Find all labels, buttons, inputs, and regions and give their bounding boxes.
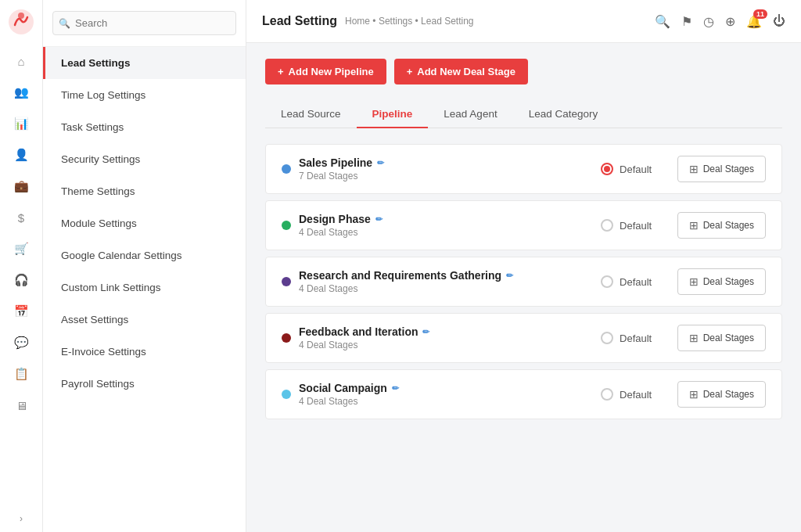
pipeline-info: Sales Pipeline ✏ 7 Deal Stages [282, 156, 576, 182]
deal-stages-button[interactable]: ⊞ Deal Stages [677, 212, 766, 239]
sidebar-item-payroll[interactable]: Payroll Settings [43, 368, 246, 400]
nav-chat-icon[interactable]: 💬 [7, 329, 35, 357]
search-icon: 🔍 [59, 18, 70, 29]
pipeline-info: Research and Requirements Gathering ✏ 4 … [282, 269, 576, 294]
deal-stages-button[interactable]: ⊞ Deal Stages [677, 381, 766, 408]
sidebar-item-task[interactable]: Task Settings [43, 111, 246, 143]
nav-person-icon[interactable]: 👤 [7, 141, 35, 169]
nav-home-icon[interactable]: ⌂ [7, 47, 35, 75]
pipeline-info: Social Campaign ✏ 4 Deal Stages [282, 382, 576, 407]
tab-lead-category[interactable]: Lead Category [513, 100, 614, 128]
deal-stages-button[interactable]: ⊞ Deal Stages [677, 325, 766, 351]
default-radio[interactable]: Default [576, 332, 677, 344]
nav-users-icon[interactable]: 👥 [7, 78, 35, 106]
table-row: Sales Pipeline ✏ 7 Deal Stages Default ⊞… [265, 144, 782, 194]
radio-unselected[interactable] [601, 332, 613, 344]
nav-cart-icon[interactable]: 🛒 [7, 235, 35, 263]
add-deal-stage-icon: + [407, 66, 413, 77]
pipeline-name: Feedback and Iteration ✏ [299, 325, 429, 338]
nav-calendar-icon[interactable]: 📅 [7, 297, 35, 325]
search-input[interactable] [52, 11, 236, 35]
edit-icon[interactable]: ✏ [377, 158, 384, 168]
table-row: Feedback and Iteration ✏ 4 Deal Stages D… [265, 313, 782, 363]
page-title: Lead Setting [262, 14, 337, 28]
icon-sidebar: ⌂ 👥 📊 👤 💼 $ 🛒 🎧 📅 💬 📋 🖥 › [0, 0, 43, 532]
edit-icon[interactable]: ✏ [506, 271, 513, 281]
edit-icon[interactable]: ✏ [392, 383, 399, 394]
deal-stages-button[interactable]: ⊞ Deal Stages [677, 156, 766, 182]
tab-pipeline[interactable]: Pipeline [357, 100, 429, 128]
sidebar-item-module[interactable]: Module Settings [43, 207, 246, 239]
pipeline-dot [282, 277, 291, 286]
sidebar-item-lead-settings[interactable]: Lead Settings [43, 47, 246, 79]
sidebar-item-asset[interactable]: Asset Settings [43, 304, 246, 336]
default-radio[interactable]: Default [576, 219, 677, 232]
action-buttons: + Add New Pipeline + Add New Deal Stage [265, 59, 782, 84]
add-icon[interactable]: ⊕ [725, 14, 735, 29]
sidebar-item-einvoice[interactable]: E-Invoice Settings [43, 336, 246, 368]
add-deal-stage-button[interactable]: + Add New Deal Stage [394, 59, 528, 84]
power-icon[interactable]: ⏻ [773, 14, 785, 28]
pipeline-name: Research and Requirements Gathering ✏ [299, 269, 513, 282]
nav-chart-icon[interactable]: 📊 [7, 110, 35, 138]
pipeline-info: Feedback and Iteration ✏ 4 Deal Stages [282, 325, 576, 350]
pipeline-text: Social Campaign ✏ 4 Deal Stages [299, 382, 399, 407]
nav-briefcase-icon[interactable]: 💼 [7, 172, 35, 200]
sidebar-item-google-calendar[interactable]: Google Calendar Settings [43, 239, 246, 271]
default-radio[interactable]: Default [576, 163, 677, 175]
pipeline-name: Social Campaign ✏ [299, 382, 399, 394]
deal-stages-icon: ⊞ [689, 332, 699, 344]
deal-stages-button[interactable]: ⊞ Deal Stages [677, 268, 766, 295]
edit-icon[interactable]: ✏ [422, 327, 429, 337]
radio-selected[interactable] [601, 163, 613, 175]
pipeline-stages: 4 Deal Stages [299, 396, 399, 407]
radio-unselected[interactable] [601, 219, 613, 232]
notification-icon[interactable]: 🔔 11 [746, 14, 762, 29]
sidebar-item-time-log[interactable]: Time Log Settings [43, 79, 246, 111]
sidebar-item-custom-link[interactable]: Custom Link Settings [43, 271, 246, 304]
pipeline-text: Research and Requirements Gathering ✏ 4 … [299, 269, 513, 294]
radio-unselected[interactable] [601, 275, 613, 288]
flag-icon[interactable]: ⚑ [681, 14, 692, 29]
pipeline-info: Design Phase ✏ 4 Deal Stages [282, 213, 576, 238]
expand-sidebar-icon[interactable]: › [20, 513, 23, 524]
deal-stages-icon: ⊞ [689, 219, 699, 232]
notification-badge: 11 [753, 9, 767, 19]
page-body: + Add New Pipeline + Add New Deal Stage … [246, 43, 801, 532]
table-row: Design Phase ✏ 4 Deal Stages Default ⊞ D… [265, 200, 782, 250]
search-header-icon[interactable]: 🔍 [655, 14, 670, 29]
tab-lead-agent[interactable]: Lead Agent [428, 100, 512, 128]
default-radio[interactable]: Default [576, 275, 677, 288]
pipeline-text: Feedback and Iteration ✏ 4 Deal Stages [299, 325, 429, 350]
pipeline-name: Design Phase ✏ [299, 213, 383, 225]
search-bar: 🔍 [43, 0, 246, 47]
sidebar-item-theme[interactable]: Theme Settings [43, 175, 246, 207]
radio-unselected[interactable] [601, 388, 613, 401]
nav-headset-icon[interactable]: 🎧 [7, 266, 35, 294]
pipeline-dot [282, 221, 291, 230]
top-header: Lead Setting Home • Settings • Lead Sett… [246, 0, 801, 43]
pipeline-dot [282, 390, 291, 399]
svg-point-1 [18, 13, 24, 19]
pipeline-dot [282, 164, 291, 174]
tab-lead-source[interactable]: Lead Source [265, 100, 357, 128]
clock-icon[interactable]: ◷ [703, 14, 714, 29]
default-radio[interactable]: Default [576, 388, 677, 401]
pipeline-stages: 4 Deal Stages [299, 227, 383, 238]
deal-stages-icon: ⊞ [689, 275, 699, 288]
header-actions: 🔍 ⚑ ◷ ⊕ 🔔 11 ⏻ [655, 14, 785, 29]
tabs: Lead Source Pipeline Lead Agent Lead Cat… [265, 100, 782, 128]
edit-icon[interactable]: ✏ [375, 214, 383, 225]
pipeline-text: Design Phase ✏ 4 Deal Stages [299, 213, 383, 238]
pipeline-name: Sales Pipeline ✏ [299, 156, 384, 169]
pipeline-stages: 4 Deal Stages [299, 340, 429, 350]
nav-dollar-icon[interactable]: $ [7, 203, 35, 232]
nav-monitor-icon[interactable]: 🖥 [7, 391, 35, 419]
sidebar-item-security[interactable]: Security Settings [43, 143, 246, 175]
main-content: Lead Setting Home • Settings • Lead Sett… [246, 0, 801, 532]
pipeline-stages: 7 Deal Stages [299, 171, 384, 182]
breadcrumb: Home • Settings • Lead Setting [345, 16, 474, 27]
table-row: Social Campaign ✏ 4 Deal Stages Default … [265, 369, 782, 419]
add-pipeline-button[interactable]: + Add New Pipeline [265, 59, 386, 84]
nav-docs-icon[interactable]: 📋 [7, 360, 35, 388]
